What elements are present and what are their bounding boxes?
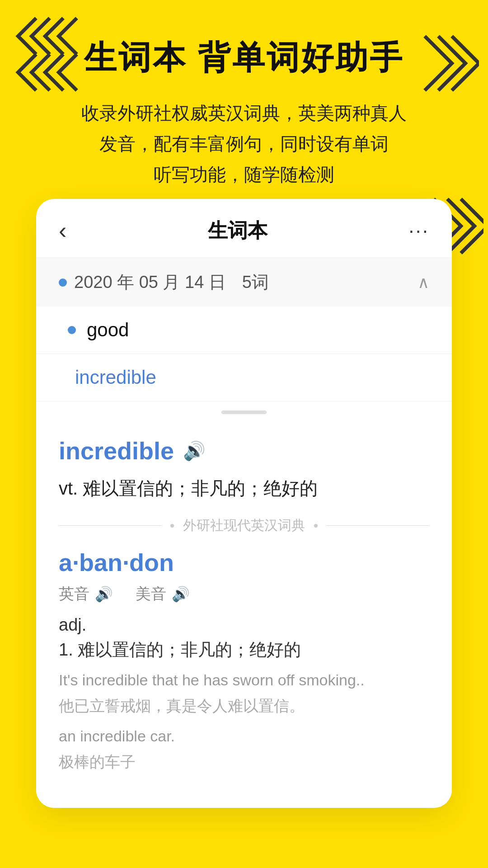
- dict-word-1: incredible: [59, 437, 174, 465]
- date-text: 2020 年 05 月 14 日: [74, 271, 226, 294]
- pronunciation-row: 英音 🔊 美音 🔊: [59, 584, 429, 604]
- source-line-left: [59, 525, 161, 526]
- word-list-item-good[interactable]: good: [36, 307, 452, 354]
- collapse-icon[interactable]: ∧: [418, 273, 429, 292]
- pron-us-icon[interactable]: 🔊: [172, 585, 190, 603]
- nav-title: 生词本: [208, 217, 267, 244]
- main-card: ‹ 生词本 ··· 2020 年 05 月 14 日 5词 ∧ good inc…: [36, 199, 452, 808]
- dict-word-2: a·ban·don: [59, 548, 429, 576]
- word-count: 5词: [242, 271, 269, 294]
- blue-dot-good: [68, 326, 76, 334]
- pron-en: 英音 🔊: [59, 584, 113, 604]
- more-button[interactable]: ···: [408, 219, 429, 242]
- word-meaning-1: 1. 难以置信的；非凡的；绝好的: [59, 638, 429, 661]
- date-section: 2020 年 05 月 14 日 5词 ∧: [36, 258, 452, 307]
- word-list-item-incredible[interactable]: incredible: [36, 354, 452, 401]
- word-header-1: incredible 🔊: [59, 437, 429, 465]
- subtitle: 收录外研社权威英汉词典，英美两种真人 发音，配有丰富例句，同时设有单词 听写功能…: [36, 98, 452, 190]
- scroll-indicator: [221, 410, 267, 414]
- date-left: 2020 年 05 月 14 日 5词: [59, 271, 269, 294]
- example-1-cn: 他已立誓戒烟，真是令人难以置信。: [59, 694, 429, 717]
- pron-us: 美音 🔊: [136, 584, 190, 604]
- source-line-right: [327, 525, 429, 526]
- blue-dot-date: [59, 278, 67, 287]
- dict-section-1: incredible 🔊 vt. 难以置信的；非凡的；绝好的 外研社现代英汉词典…: [36, 423, 452, 808]
- source-dot-right: [314, 524, 318, 528]
- nav-bar: ‹ 生词本 ···: [36, 199, 452, 258]
- word-incredible: incredible: [75, 367, 156, 388]
- dict-section-2: a·ban·don 英音 🔊 美音 🔊 adj. 1. 难以置信的；非凡的；绝好…: [59, 548, 429, 790]
- example-2-en: an incredible car.: [59, 725, 429, 748]
- source-dot-left: [170, 524, 174, 528]
- example-1-en: It's incredible that he has sworn off sm…: [59, 669, 429, 692]
- pron-en-icon[interactable]: 🔊: [95, 585, 113, 603]
- pron-us-label: 美音: [136, 584, 166, 604]
- word-pos: adj.: [59, 615, 429, 635]
- example-2-cn: 极棒的车子: [59, 750, 429, 774]
- pron-en-label: 英音: [59, 584, 89, 604]
- main-title: 生词本 背单词好助手: [36, 36, 452, 80]
- back-button[interactable]: ‹: [59, 217, 66, 244]
- sound-icon-1[interactable]: 🔊: [183, 440, 206, 462]
- source-divider: 外研社现代英汉词典: [59, 516, 429, 535]
- dict-definition-1: vt. 难以置信的；非凡的；绝好的: [59, 474, 429, 503]
- source-label: 外研社现代英汉词典: [183, 516, 305, 535]
- word-good: good: [87, 319, 129, 341]
